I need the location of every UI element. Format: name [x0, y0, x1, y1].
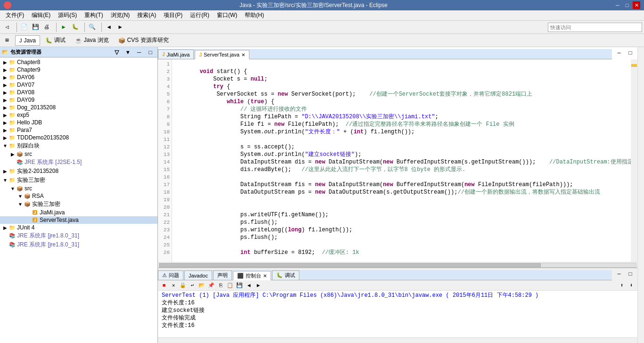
editor-area: J JiaMi.java J ServerTest.java ✕ ─ □ 123…: [158, 47, 637, 268]
tab-declaration[interactable]: 声明: [213, 270, 232, 280]
console-clear[interactable]: ✕: [169, 281, 178, 290]
console-next[interactable]: ▶: [254, 281, 263, 290]
toolbar-next[interactable]: ▶: [115, 22, 125, 33]
toolbar-debug[interactable]: 🐛: [70, 22, 80, 33]
console-scroll-lock[interactable]: 🔒: [179, 281, 187, 290]
menu-item-w[interactable]: 窗口(W): [213, 10, 241, 20]
tree-item[interactable]: ▶📁DAY09: [0, 96, 157, 104]
tree-item[interactable]: ▼📁别踩白块: [0, 141, 157, 150]
javabrowse-persp-label: Java 浏览: [84, 36, 109, 44]
file-tree: ▶📁Chapter8▶📁Chapter9▶📁DAY06▶📁DAY07▶📁DAY0…: [0, 57, 157, 343]
tree-item[interactable]: ▶📁DAY06: [0, 74, 157, 81]
tree-item[interactable]: ▶📁exp5: [0, 111, 157, 119]
console-tabs: ⚠ 问题 Javadoc 声明 ⬛ 控制台 ✕ 🐛: [158, 270, 612, 280]
tree-item[interactable]: ▶📁DAY07: [0, 81, 157, 89]
java-persp-label: Java: [24, 37, 36, 44]
tree-item[interactable]: ▶📁Chapter9: [0, 66, 157, 74]
console-paste[interactable]: 📋: [226, 281, 234, 290]
toolbar-back[interactable]: ◁: [2, 22, 12, 33]
tree-arrow-icon: ▶: [2, 120, 8, 125]
tree-arrow-icon: ▶: [2, 82, 8, 88]
toolbar-prev[interactable]: ◀: [104, 22, 114, 33]
tree-item[interactable]: ▶📁Para7: [0, 126, 157, 134]
tree-item[interactable]: ▶📦src: [0, 150, 157, 158]
sidebar-minimize[interactable]: ─: [134, 47, 144, 57]
sidebar-maximize[interactable]: □: [145, 47, 156, 57]
console-minimize[interactable]: ─: [614, 269, 624, 279]
servertest-tab-close[interactable]: ✕: [241, 52, 245, 57]
menu-item-r[interactable]: 运行(R): [186, 10, 213, 20]
console-open-file[interactable]: 📂: [198, 281, 206, 290]
package-explorer-icon: 📂: [2, 49, 8, 55]
editor-maximize[interactable]: □: [625, 48, 636, 58]
menu-item-p[interactable]: 项目(P): [160, 10, 186, 20]
code-editor[interactable]: void start() { Socket s = null; try {⚠ S…: [172, 59, 631, 262]
persp-java-browse[interactable]: ☕ Java 浏览: [71, 35, 113, 46]
persp-cvs[interactable]: 📦 CVS 资源库研究: [114, 35, 173, 46]
tree-item[interactable]: ▼📦src: [0, 185, 157, 192]
editor-hscroll-track[interactable]: [159, 263, 636, 268]
tree-node-icon: J: [31, 217, 39, 223]
tree-item[interactable]: 📚JRE 系统库 [jre1.8.0_31]: [0, 240, 157, 249]
minimize-button[interactable]: ─: [614, 1, 621, 9]
quick-access-input[interactable]: [548, 23, 642, 32]
persp-debug[interactable]: 🐛 调试: [41, 35, 70, 46]
console-hscroll[interactable]: [158, 337, 637, 343]
tab-javadoc[interactable]: Javadoc: [184, 270, 212, 280]
toolbar-print[interactable]: 🖨: [41, 22, 52, 33]
console-prev[interactable]: ◀: [245, 281, 253, 290]
console-right1[interactable]: ⬆: [618, 281, 626, 290]
editor-minimize[interactable]: ─: [614, 48, 624, 58]
debug-persp-label: 调试: [54, 36, 66, 44]
menu-item-a[interactable]: 搜索(A): [133, 10, 160, 20]
tree-item[interactable]: ▼📦RSA: [0, 192, 157, 200]
menu-item-n[interactable]: 浏览(N): [107, 10, 134, 20]
console-right2[interactable]: ⬇: [627, 281, 636, 290]
console-stop[interactable]: ■: [160, 281, 168, 290]
tree-item[interactable]: 📚JRE 系统库 [jre1.8.0_31]: [0, 231, 157, 240]
tree-item[interactable]: ▶📁实验2-20135208: [0, 167, 157, 176]
tree-item[interactable]: ▶📁Dog_20135208: [0, 104, 157, 111]
tab-jiami[interactable]: J JiaMi.java: [158, 49, 194, 59]
console-pin[interactable]: 📌: [207, 281, 215, 290]
menu-item-t[interactable]: 重构(T): [81, 10, 107, 20]
menu-item-s[interactable]: 源码(S): [54, 10, 81, 20]
toolbar-new[interactable]: 📄: [19, 22, 29, 33]
toolbar-run[interactable]: ▶: [58, 22, 69, 33]
tree-item[interactable]: ▶📁DAY08: [0, 89, 157, 96]
sidebar-collapse[interactable]: ▽: [111, 47, 122, 57]
tree-item[interactable]: 📚JRE 系统库 [J2SE-1.5]: [0, 158, 157, 167]
sidebar-menu[interactable]: ▾: [123, 47, 133, 57]
menu-item-h[interactable]: 帮助(H): [241, 10, 268, 20]
editor-hscroll[interactable]: [158, 262, 637, 268]
maximize-button[interactable]: □: [623, 1, 631, 9]
tab-problems[interactable]: ⚠ 问题: [158, 270, 183, 280]
persp-java[interactable]: J Java: [15, 35, 40, 46]
tree-item[interactable]: ▶📁Chapter8: [0, 58, 157, 66]
close-button[interactable]: ✕: [633, 1, 640, 9]
tree-item[interactable]: ▶📁TDDDemo20135208: [0, 134, 157, 141]
tab-console[interactable]: ⬛ 控制台 ✕: [233, 271, 271, 280]
tree-node-label: JRE 系统库 [J2SE-1.5]: [25, 158, 82, 166]
tree-node-label: JRE 系统库 [jre1.8.0_31]: [17, 232, 79, 240]
tab-debug[interactable]: 🐛 调试: [272, 270, 299, 280]
tree-item[interactable]: ▶📁Hello JDB: [0, 119, 157, 126]
menu-item-f[interactable]: 文件(F): [2, 10, 28, 20]
console-tab-close[interactable]: ✕: [263, 273, 267, 278]
tree-item[interactable]: ▶📁JUnit 4: [0, 224, 157, 231]
tab-servertest[interactable]: J ServerTest.java ✕: [195, 50, 249, 59]
tree-item[interactable]: ▼📦实验三加密: [0, 200, 157, 209]
tree-node-label: JUnit 4: [17, 224, 34, 231]
tree-item[interactable]: ▼📁实验三加密: [0, 176, 157, 185]
tree-arrow-icon: ▶: [2, 98, 8, 103]
console-maximize[interactable]: □: [625, 269, 636, 279]
tree-item[interactable]: JServerTest.java: [0, 216, 157, 224]
editor-hscroll-thumb[interactable]: [159, 263, 541, 267]
menu-item-e[interactable]: 编辑(E): [28, 10, 54, 20]
tree-item[interactable]: JJiaMi.java: [0, 209, 157, 216]
console-word-wrap[interactable]: ↩: [188, 281, 197, 290]
toolbar-search[interactable]: 🔍: [87, 22, 97, 33]
console-copy[interactable]: ⎘: [216, 281, 225, 290]
console-save[interactable]: 💾: [235, 281, 244, 290]
toolbar-save[interactable]: 💾: [30, 22, 41, 33]
